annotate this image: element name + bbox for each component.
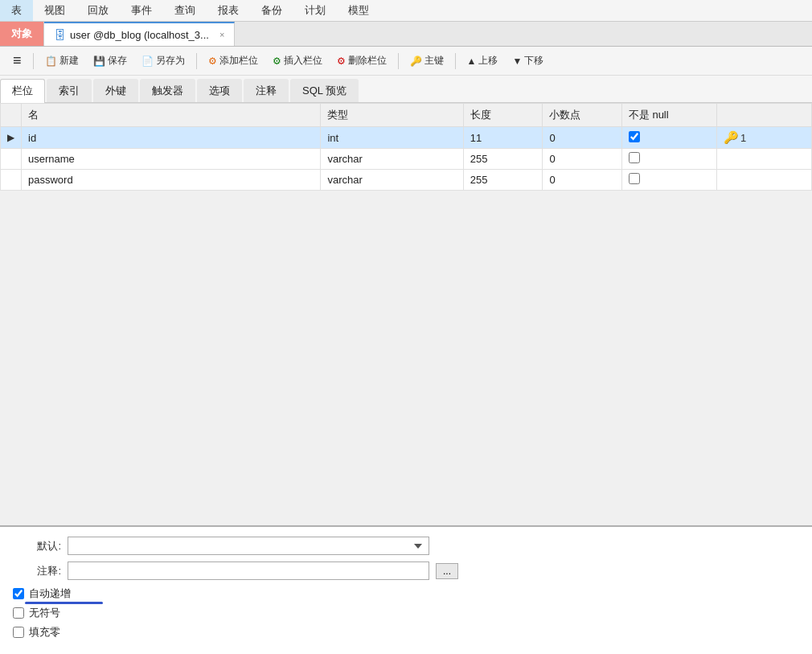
field-type[interactable]: varchar [321,170,463,191]
field-key: 🔑1 [716,127,811,149]
hamburger-menu[interactable]: ≡ [6,50,28,72]
menu-item-schedule[interactable]: 计划 [293,0,337,21]
new-button[interactable]: 📋 新建 [39,51,85,70]
menu-item-event[interactable]: 事件 [120,0,163,21]
default-select[interactable] [68,537,429,555]
field-length[interactable]: 255 [463,170,543,191]
field-name[interactable]: password [22,170,321,191]
comment-row: 注释: ... [13,561,799,580]
comment-dots-button[interactable]: ... [436,563,458,579]
col-header-length: 长度 [463,104,543,127]
object-tab[interactable]: 对象 [0,22,44,46]
auto-increment-checkbox[interactable] [13,588,24,599]
tab-columns[interactable]: 栏位 [0,79,45,103]
delete-column-button[interactable]: ⚙ 删除栏位 [330,51,393,70]
db-tab-icon: 🗄 [54,28,66,42]
zerofill-row: 填充零 [13,625,799,640]
comment-input[interactable] [68,561,429,580]
field-length[interactable]: 11 [463,127,543,149]
tab-comment[interactable]: 注释 [244,79,289,102]
default-label: 默认: [13,539,61,553]
unsigned-row: 无符号 [13,606,799,620]
primary-key-button[interactable]: 🔑 主键 [404,51,450,70]
col-header-indicator [1,104,22,127]
menu-item-model[interactable]: 模型 [337,0,380,21]
table-row[interactable]: ▶idint110🔑1 [1,127,812,149]
move-up-label: 上移 [478,54,498,68]
save-button[interactable]: 💾 保存 [87,51,133,70]
properties-panel: 默认: 注释: ... 自动递增 无符号 填充零 [0,525,812,654]
field-length[interactable]: 255 [463,149,543,170]
field-type[interactable]: int [321,127,463,149]
menu-item-backup[interactable]: 备份 [250,0,293,21]
field-decimal[interactable]: 0 [543,127,621,149]
comment-label: 注释: [13,564,61,578]
add-column-button[interactable]: ⚙ 添加栏位 [202,51,265,70]
key-label: 1 [740,132,746,144]
toolbar-separator-2 [196,53,197,69]
field-key [716,170,811,191]
delete-column-icon: ⚙ [337,56,346,67]
delete-column-label: 删除栏位 [348,54,387,68]
field-notnull[interactable] [621,127,716,149]
col-header-name: 名 [22,104,321,127]
toolbar: ≡ 📋 新建 💾 保存 📄 另存为 ⚙ 添加栏位 ⚙ 插入栏位 ⚙ 删除栏位 [0,47,812,76]
unsigned-label[interactable]: 无符号 [29,606,60,620]
menu-item-view[interactable]: 视图 [33,0,76,21]
row-indicator [1,170,22,191]
auto-increment-label[interactable]: 自动递增 [29,586,71,601]
field-name[interactable]: username [22,149,321,170]
tab-options[interactable]: 选项 [197,79,242,102]
primary-key-icon: 🔑 [410,56,422,67]
auto-increment-row: 自动递增 [13,586,799,601]
add-column-icon: ⚙ [208,56,217,67]
insert-column-label: 插入栏位 [284,54,322,68]
field-notnull[interactable] [621,170,716,191]
zerofill-label[interactable]: 填充零 [29,625,60,640]
insert-column-button[interactable]: ⚙ 插入栏位 [266,51,329,70]
content-area: 栏位 索引 外键 触发器 选项 注释 SQL 预览 名 类型 长度 小数点 不是… [0,76,812,654]
move-down-button[interactable]: ▼ 下移 [506,51,550,70]
add-column-label: 添加栏位 [219,54,258,68]
save-as-icon: 📄 [141,56,154,67]
db-tab-text: user @db_blog (localhost_3... [70,29,209,41]
field-decimal[interactable]: 0 [543,170,621,191]
field-notnull[interactable] [621,149,716,170]
field-type[interactable]: varchar [321,149,463,170]
tab-triggers[interactable]: 触发器 [140,79,195,102]
tab-sql-preview[interactable]: SQL 预览 [290,79,359,102]
menu-item-playback[interactable]: 回放 [76,0,120,21]
row-indicator [1,149,22,170]
key-icon: 🔑 [724,130,739,144]
db-tab-close[interactable]: × [219,30,224,39]
tab-indexes[interactable]: 索引 [47,79,92,102]
inner-tabs: 栏位 索引 外键 触发器 选项 注释 SQL 预览 [0,76,812,103]
toolbar-separator-4 [455,53,456,69]
save-as-button[interactable]: 📄 另存为 [135,51,191,70]
zerofill-checkbox[interactable] [13,627,24,638]
toolbar-separator-1 [33,53,34,69]
menu-item-query[interactable]: 查询 [163,0,207,21]
new-label: 新建 [59,54,79,68]
top-menu-bar: 表 视图 回放 事件 查询 报表 备份 计划 模型 [0,0,812,22]
col-header-notnull: 不是 null [621,104,716,127]
field-name[interactable]: id [22,127,321,149]
fields-table: 名 类型 长度 小数点 不是 null ▶idint110🔑1usernamev… [0,103,812,191]
unsigned-checkbox[interactable] [13,607,24,619]
tab-foreign-keys[interactable]: 外键 [93,79,138,102]
save-icon: 💾 [93,56,105,67]
insert-column-icon: ⚙ [273,56,281,67]
table-row[interactable]: usernamevarchar2550 [1,149,812,170]
col-header-decimal: 小数点 [543,104,621,127]
db-tab[interactable]: 🗄 user @db_blog (localhost_3... × [44,22,235,46]
move-up-icon: ▲ [467,56,477,67]
save-label: 保存 [108,54,127,68]
field-decimal[interactable]: 0 [543,149,621,170]
menu-item-report[interactable]: 报表 [207,0,250,21]
table-row[interactable]: passwordvarchar2550 [1,170,812,191]
tab-bar: 对象 🗄 user @db_blog (localhost_3... × [0,22,812,47]
move-down-label: 下移 [524,54,543,68]
save-as-label: 另存为 [156,54,185,68]
move-up-button[interactable]: ▲ 上移 [461,51,505,70]
menu-item-table[interactable]: 表 [0,0,33,21]
